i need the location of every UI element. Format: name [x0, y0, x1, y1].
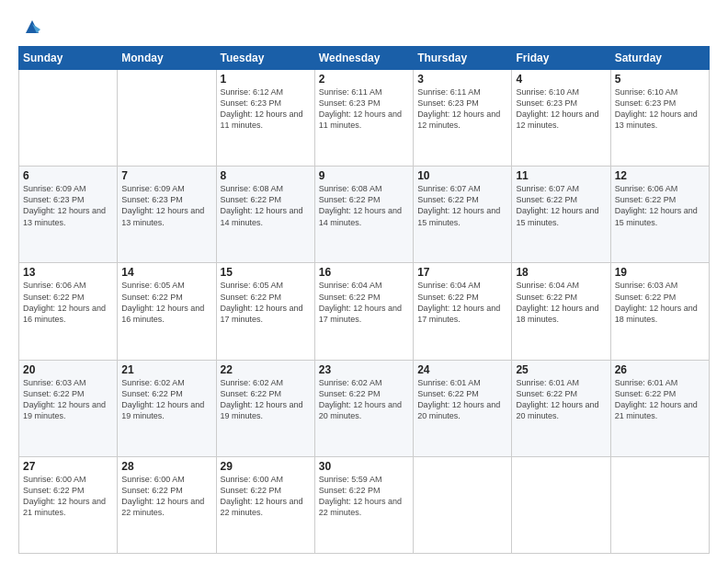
day-cell [118, 70, 216, 167]
day-number: 2 [319, 73, 409, 86]
day-cell: 10Sunrise: 6:07 AMSunset: 6:22 PMDayligh… [414, 167, 512, 263]
day-info: Sunrise: 6:01 AMSunset: 6:22 PMDaylight:… [417, 377, 507, 422]
day-number: 5 [615, 73, 705, 86]
weekday-header-monday: Monday [118, 47, 216, 70]
day-cell: 22Sunrise: 6:02 AMSunset: 6:22 PMDayligh… [216, 360, 314, 456]
day-info: Sunrise: 6:02 AMSunset: 6:22 PMDaylight:… [121, 377, 211, 422]
day-cell: 20Sunrise: 6:03 AMSunset: 6:22 PMDayligh… [19, 360, 118, 456]
day-number: 24 [417, 363, 507, 376]
weekday-header-tuesday: Tuesday [216, 47, 314, 70]
week-row-5: 27Sunrise: 6:00 AMSunset: 6:22 PMDayligh… [19, 456, 710, 553]
day-cell: 2Sunrise: 6:11 AMSunset: 6:23 PMDaylight… [314, 70, 413, 167]
day-cell: 5Sunrise: 6:10 AMSunset: 6:23 PMDaylight… [610, 70, 709, 167]
day-number: 15 [221, 266, 311, 279]
day-cell: 26Sunrise: 6:01 AMSunset: 6:22 PMDayligh… [610, 360, 709, 456]
day-cell: 29Sunrise: 6:00 AMSunset: 6:22 PMDayligh… [216, 456, 314, 553]
day-info: Sunrise: 6:12 AMSunset: 6:23 PMDaylight:… [221, 86, 311, 132]
day-info: Sunrise: 6:03 AMSunset: 6:22 PMDaylight:… [23, 377, 113, 422]
weekday-row: SundayMondayTuesdayWednesdayThursdayFrid… [19, 47, 710, 70]
day-number: 19 [615, 266, 705, 279]
day-number: 4 [516, 73, 606, 86]
day-info: Sunrise: 6:07 AMSunset: 6:22 PMDaylight:… [516, 183, 606, 228]
day-info: Sunrise: 6:11 AMSunset: 6:23 PMDaylight:… [417, 86, 507, 132]
day-info: Sunrise: 6:02 AMSunset: 6:22 PMDaylight:… [221, 377, 311, 422]
day-number: 7 [121, 169, 211, 182]
day-cell [19, 70, 118, 167]
day-info: Sunrise: 6:10 AMSunset: 6:23 PMDaylight:… [615, 86, 705, 132]
day-info: Sunrise: 6:07 AMSunset: 6:22 PMDaylight:… [417, 183, 507, 228]
day-cell: 15Sunrise: 6:05 AMSunset: 6:22 PMDayligh… [216, 263, 314, 360]
week-row-4: 20Sunrise: 6:03 AMSunset: 6:22 PMDayligh… [19, 360, 710, 456]
calendar-header: SundayMondayTuesdayWednesdayThursdayFrid… [19, 47, 710, 70]
weekday-header-thursday: Thursday [414, 47, 512, 70]
day-info: Sunrise: 6:04 AMSunset: 6:22 PMDaylight:… [516, 280, 606, 325]
day-info: Sunrise: 6:09 AMSunset: 6:23 PMDaylight:… [121, 183, 211, 228]
day-cell: 11Sunrise: 6:07 AMSunset: 6:22 PMDayligh… [512, 167, 610, 263]
day-info: Sunrise: 6:00 AMSunset: 6:22 PMDaylight:… [121, 474, 211, 519]
day-info: Sunrise: 6:03 AMSunset: 6:22 PMDaylight:… [615, 280, 705, 325]
day-cell: 9Sunrise: 6:08 AMSunset: 6:22 PMDaylight… [314, 167, 413, 263]
day-cell: 19Sunrise: 6:03 AMSunset: 6:22 PMDayligh… [610, 263, 709, 360]
day-number: 27 [23, 460, 113, 473]
day-number: 13 [23, 266, 113, 279]
day-info: Sunrise: 6:00 AMSunset: 6:22 PMDaylight:… [221, 474, 311, 519]
day-number: 3 [417, 73, 507, 86]
day-number: 16 [319, 266, 409, 279]
day-info: Sunrise: 6:10 AMSunset: 6:23 PMDaylight:… [516, 86, 606, 132]
day-cell: 3Sunrise: 6:11 AMSunset: 6:23 PMDaylight… [414, 70, 512, 167]
day-cell: 23Sunrise: 6:02 AMSunset: 6:22 PMDayligh… [314, 360, 413, 456]
day-cell [414, 456, 512, 553]
day-info: Sunrise: 6:05 AMSunset: 6:22 PMDaylight:… [121, 280, 211, 325]
day-number: 11 [516, 169, 606, 182]
day-info: Sunrise: 6:02 AMSunset: 6:22 PMDaylight:… [319, 377, 409, 422]
day-info: Sunrise: 6:05 AMSunset: 6:22 PMDaylight:… [221, 280, 311, 325]
day-info: Sunrise: 6:01 AMSunset: 6:22 PMDaylight:… [615, 377, 705, 422]
week-row-3: 13Sunrise: 6:06 AMSunset: 6:22 PMDayligh… [19, 263, 710, 360]
page: SundayMondayTuesdayWednesdayThursdayFrid… [0, 0, 728, 563]
calendar-body: 1Sunrise: 6:12 AMSunset: 6:23 PMDaylight… [19, 70, 710, 554]
weekday-header-wednesday: Wednesday [314, 47, 413, 70]
week-row-2: 6Sunrise: 6:09 AMSunset: 6:23 PMDaylight… [19, 167, 710, 263]
header [18, 17, 710, 37]
day-cell: 17Sunrise: 6:04 AMSunset: 6:22 PMDayligh… [414, 263, 512, 360]
weekday-header-saturday: Saturday [610, 47, 709, 70]
day-number: 9 [319, 169, 409, 182]
calendar: SundayMondayTuesdayWednesdayThursdayFrid… [18, 46, 710, 554]
day-number: 22 [221, 363, 311, 376]
day-number: 12 [615, 169, 705, 182]
weekday-header-sunday: Sunday [19, 47, 118, 70]
day-cell: 1Sunrise: 6:12 AMSunset: 6:23 PMDaylight… [216, 70, 314, 167]
day-cell: 18Sunrise: 6:04 AMSunset: 6:22 PMDayligh… [512, 263, 610, 360]
weekday-header-friday: Friday [512, 47, 610, 70]
logo-icon [22, 17, 42, 37]
day-cell: 13Sunrise: 6:06 AMSunset: 6:22 PMDayligh… [19, 263, 118, 360]
day-info: Sunrise: 6:01 AMSunset: 6:22 PMDaylight:… [516, 377, 606, 422]
day-number: 8 [221, 169, 311, 182]
day-cell: 12Sunrise: 6:06 AMSunset: 6:22 PMDayligh… [610, 167, 709, 263]
day-cell: 6Sunrise: 6:09 AMSunset: 6:23 PMDaylight… [19, 167, 118, 263]
day-cell: 30Sunrise: 5:59 AMSunset: 6:22 PMDayligh… [314, 456, 413, 553]
day-cell: 8Sunrise: 6:08 AMSunset: 6:22 PMDaylight… [216, 167, 314, 263]
day-number: 23 [319, 363, 409, 376]
day-info: Sunrise: 6:09 AMSunset: 6:23 PMDaylight:… [23, 183, 113, 228]
day-number: 6 [23, 169, 113, 182]
day-info: Sunrise: 5:59 AMSunset: 6:22 PMDaylight:… [319, 474, 409, 519]
day-cell: 7Sunrise: 6:09 AMSunset: 6:23 PMDaylight… [118, 167, 216, 263]
day-number: 28 [121, 460, 211, 473]
day-number: 17 [417, 266, 507, 279]
day-cell: 16Sunrise: 6:04 AMSunset: 6:22 PMDayligh… [314, 263, 413, 360]
day-number: 25 [516, 363, 606, 376]
day-number: 29 [221, 460, 311, 473]
day-info: Sunrise: 6:06 AMSunset: 6:22 PMDaylight:… [615, 183, 705, 228]
day-number: 1 [221, 73, 311, 86]
day-info: Sunrise: 6:00 AMSunset: 6:22 PMDaylight:… [23, 474, 113, 519]
week-row-1: 1Sunrise: 6:12 AMSunset: 6:23 PMDaylight… [19, 70, 710, 167]
logo [18, 17, 42, 37]
day-number: 21 [121, 363, 211, 376]
day-cell: 21Sunrise: 6:02 AMSunset: 6:22 PMDayligh… [118, 360, 216, 456]
day-info: Sunrise: 6:11 AMSunset: 6:23 PMDaylight:… [319, 86, 409, 132]
day-number: 30 [319, 460, 409, 473]
day-info: Sunrise: 6:08 AMSunset: 6:22 PMDaylight:… [319, 183, 409, 228]
day-info: Sunrise: 6:08 AMSunset: 6:22 PMDaylight:… [221, 183, 311, 228]
day-info: Sunrise: 6:04 AMSunset: 6:22 PMDaylight:… [417, 280, 507, 325]
